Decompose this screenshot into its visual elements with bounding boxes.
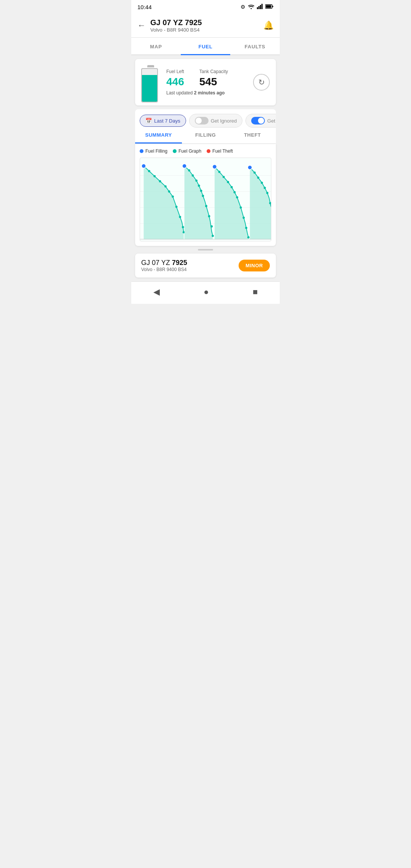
settings-icon: ⚙ xyxy=(241,4,245,10)
svg-marker-48 xyxy=(250,168,271,239)
get-ignored-chip[interactable]: Get Ignored xyxy=(189,114,243,128)
minor-badge[interactable]: MINOR xyxy=(239,260,270,271)
fuel-gauge-background xyxy=(141,68,158,102)
svg-point-43 xyxy=(236,196,238,198)
svg-rect-2 xyxy=(260,5,261,9)
svg-point-50 xyxy=(253,171,256,174)
status-bar: 10:44 ⚙ xyxy=(131,0,280,14)
drag-handle xyxy=(198,249,213,251)
legend-dot-theft xyxy=(207,149,210,153)
svg-point-40 xyxy=(227,181,229,183)
nav-recent-button[interactable]: ■ xyxy=(245,286,265,298)
fuel-gauge-fill xyxy=(142,75,157,102)
svg-marker-24 xyxy=(185,166,213,239)
fuel-last-updated: Last updated 2 minutes ago xyxy=(166,90,247,96)
svg-marker-12 xyxy=(144,166,184,239)
bottom-vehicle-id: GJ 07 YZ 7925 xyxy=(141,259,187,267)
status-time: 10:44 xyxy=(137,4,152,10)
svg-point-38 xyxy=(218,171,220,173)
tab-map[interactable]: MAP xyxy=(131,38,181,55)
bottom-vehicle-model: Volvo - B8R 9400 BS4 xyxy=(141,267,187,272)
fuel-gauge-cap xyxy=(147,65,154,67)
battery-icon xyxy=(265,4,274,10)
fuel-gauge xyxy=(141,65,160,99)
wifi-icon xyxy=(248,4,255,10)
svg-point-13 xyxy=(142,164,146,168)
bottom-vehicle-info: GJ 07 YZ 7925 Volvo - B8R 9400 BS4 xyxy=(141,259,187,272)
legend-fuel-filling: Fuel Filling xyxy=(140,148,167,154)
svg-point-54 xyxy=(266,192,269,194)
legend-theft-label: Fuel Theft xyxy=(212,148,233,154)
bottom-vehicle-panel: GJ 07 YZ 7925 Volvo - B8R 9400 BS4 MINOR xyxy=(135,254,276,278)
svg-point-19 xyxy=(172,195,174,198)
notification-button[interactable]: 🔔 xyxy=(263,21,274,30)
fuel-values: 446 545 xyxy=(166,76,247,88)
svg-rect-1 xyxy=(258,6,260,9)
svg-point-41 xyxy=(231,186,233,188)
signal-icon xyxy=(257,4,263,10)
toggle-knob-verified xyxy=(258,118,264,124)
svg-point-32 xyxy=(205,205,207,207)
legend-graph-label: Fuel Graph xyxy=(178,148,201,154)
svg-point-35 xyxy=(212,235,214,237)
tank-capacity-label: Tank Capacity xyxy=(199,69,228,74)
svg-point-51 xyxy=(257,177,260,179)
refresh-button[interactable]: ↻ xyxy=(253,74,270,91)
fuel-card: Fuel Left Tank Capacity 446 545 Last upd… xyxy=(135,59,276,105)
get-ignored-toggle[interactable] xyxy=(195,117,209,124)
svg-point-29 xyxy=(198,185,200,187)
app-header: ← GJ 07 YZ 7925 Volvo - B8R 9400 BS4 🔔 xyxy=(131,14,280,38)
svg-point-49 xyxy=(248,165,252,169)
tab-summary[interactable]: SUMMARY xyxy=(135,128,182,144)
svg-point-53 xyxy=(264,187,266,189)
get-verified-toggle[interactable] xyxy=(251,117,265,124)
svg-point-17 xyxy=(164,185,167,188)
svg-point-37 xyxy=(212,164,217,169)
fuel-left-label: Fuel Left xyxy=(166,69,184,74)
vehicle-id-title: GJ 07 YZ 7925 xyxy=(150,18,202,27)
tab-filling[interactable]: FILLING xyxy=(182,128,229,144)
vehicle-id-suffix: 7925 xyxy=(172,259,187,266)
svg-point-31 xyxy=(202,195,204,197)
vehicle-model-subtitle: Volvo - B8R 9400 BS4 xyxy=(150,27,202,33)
svg-rect-5 xyxy=(266,5,271,8)
svg-point-44 xyxy=(240,206,242,209)
back-button[interactable]: ← xyxy=(137,21,146,30)
fuel-labels: Fuel Left Tank Capacity xyxy=(166,69,247,74)
date-filter-chip[interactable]: 📅 Last 7 Days xyxy=(140,115,186,127)
svg-point-27 xyxy=(192,174,194,177)
bottom-navigation: ◀ ● ■ xyxy=(131,281,280,304)
fuel-chart xyxy=(140,158,271,241)
svg-point-14 xyxy=(148,170,150,172)
tab-fuel[interactable]: FUEL xyxy=(181,38,230,55)
calendar-icon: 📅 xyxy=(145,118,152,124)
svg-marker-36 xyxy=(215,167,249,239)
svg-rect-0 xyxy=(257,7,258,9)
svg-rect-3 xyxy=(261,4,263,9)
header-left: ← GJ 07 YZ 7925 Volvo - B8R 9400 BS4 xyxy=(137,18,202,33)
svg-point-30 xyxy=(200,190,202,192)
svg-point-45 xyxy=(242,217,245,219)
svg-point-21 xyxy=(179,216,181,218)
status-icons: ⚙ xyxy=(241,4,274,10)
fuel-updated-label: Last updated xyxy=(166,90,193,96)
get-verified-chip[interactable]: Get Ve... xyxy=(245,114,276,128)
filter-bar: 📅 Last 7 Days Get Ignored Get Ve... xyxy=(135,109,276,128)
get-verified-label: Get Ve... xyxy=(267,118,276,124)
vehicle-id-prefix: GJ 07 YZ xyxy=(141,259,172,266)
get-ignored-label: Get Ignored xyxy=(211,118,237,124)
svg-point-16 xyxy=(159,180,161,182)
svg-point-47 xyxy=(247,236,250,239)
tab-faults[interactable]: FAULTS xyxy=(230,38,280,55)
legend-filling-label: Fuel Filling xyxy=(145,148,167,154)
svg-point-46 xyxy=(245,227,247,229)
date-filter-label: Last 7 Days xyxy=(154,118,180,124)
nav-home-button[interactable]: ● xyxy=(196,286,216,298)
nav-back-button[interactable]: ◀ xyxy=(146,286,167,298)
svg-point-42 xyxy=(234,191,236,193)
svg-point-18 xyxy=(168,190,170,193)
legend-fuel-graph: Fuel Graph xyxy=(173,148,201,154)
tab-theft[interactable]: THEFT xyxy=(229,128,276,144)
header-title-block: GJ 07 YZ 7925 Volvo - B8R 9400 BS4 xyxy=(150,18,202,33)
legend-fuel-theft: Fuel Theft xyxy=(207,148,233,154)
